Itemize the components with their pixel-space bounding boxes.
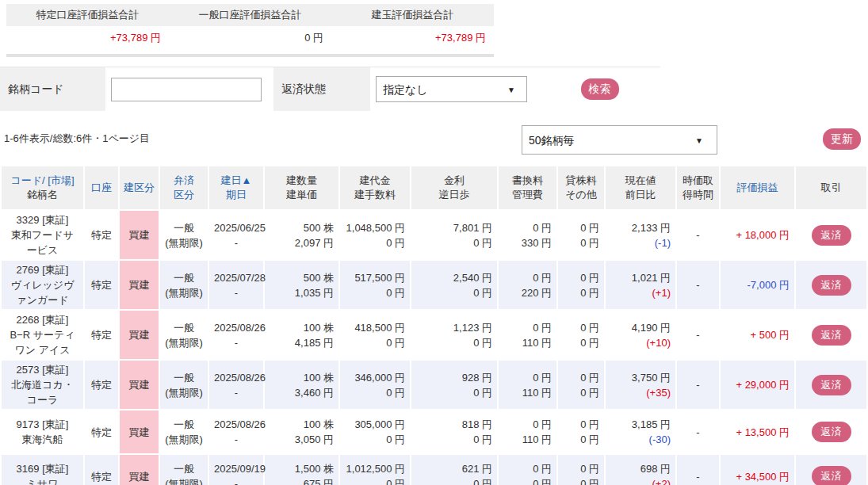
stock-code-market: 9173 [東証] [6,417,78,432]
cell-lending-fee-other: 0 円 0 円 [558,211,604,259]
interest: 928 円 [416,370,492,385]
col-header-account[interactable]: 口座 [85,166,118,209]
open-date: 2025/09/19 [214,461,258,476]
amount: 1,012,500 円 [345,461,405,476]
price-time: - [696,471,699,483]
unit-price: 675 円 [270,476,334,485]
col-header-trade: 取引 [796,166,866,209]
per-page-select[interactable]: 50銘柄毎 [522,125,717,155]
cell-repayment-category: 一般 (無期限) [160,211,208,259]
position-row: 3169 [東証] ミサワ 特定 買建 一般 (無期限) 2025/09/19 … [2,455,866,485]
cell-quantity-unit-price: 500 株 1,035 円 [265,261,338,309]
cell-quantity-unit-price: 100 株 3,460 円 [265,361,338,409]
per-diem: 0 円 [416,476,492,485]
cell-interest-per-diem: 7,801 円 0 円 [411,211,497,259]
cell-price-time: - [677,411,719,453]
cell-account: 特定 [85,455,118,485]
cell-code-name: 2268 [東証] B−R サーティワン アイス [2,311,83,359]
col-header-quantity-unit-price: 建数量 建単価 [265,166,338,209]
cell-rewrite-fee-mgmt-fee: 0 円 110 円 [499,411,556,453]
lending-fee: 0 円 [563,220,599,235]
cell-open-date-due-date: 2025/09/19 - [209,455,263,485]
cell-trade: 返済 [796,411,866,453]
repay-button[interactable]: 返済 [812,466,851,485]
repay-button[interactable]: 返済 [812,422,851,442]
col-header-position-type[interactable]: 建区分 [120,166,159,209]
cell-open-date-due-date: 2025/08/26 - [209,311,263,359]
per-diem: 0 円 [416,335,492,350]
position-type-badge: 買建 [129,426,150,438]
cell-code-name: 3329 [東証] 東和フードサービス [2,211,83,259]
repay-button[interactable]: 返済 [812,325,851,346]
cell-current-price-day-change: 2,133 円 (-1) [606,211,675,259]
stock-code-label: 銘柄コード [0,67,105,111]
stock-code-input[interactable] [111,78,262,101]
valuation-pl: + 34,500 円 [736,471,790,483]
cell-amount-commission: 517,500 円 0 円 [340,261,410,309]
open-date: 2025/08/26 [214,417,258,432]
valuation-pl: -7,000 円 [748,279,790,291]
commission: 0 円 [345,235,405,250]
position-row: 9173 [東証] 東海汽船 特定 買建 一般 (無期限) 2025/08/26… [2,411,866,453]
pl-summary-value-row: +73,789 円 0 円 +73,789 円 [6,26,494,50]
current-price: 698 円 [610,461,671,476]
cell-trade: 返済 [796,361,866,409]
stock-code-market: 2573 [東証] [6,362,78,377]
cell-current-price-day-change: 3,750 円 (+35) [606,361,675,409]
cell-account: 特定 [85,411,118,453]
col-header-valuation-pl[interactable]: 評価損益 [721,166,794,209]
interest: 7,801 円 [416,220,492,235]
cell-amount-commission: 1,012,500 円 0 円 [340,455,410,485]
cell-current-price-day-change: 4,190 円 (+10) [606,311,675,359]
stock-name: 北海道コカ・コーラ [6,377,78,407]
repayment-status-select[interactable]: 指定なし [376,76,527,102]
lending-fee: 0 円 [563,461,599,476]
col-header-open-date-due-date[interactable]: 建日▲ 期日 [209,166,263,209]
repayment-status-field-cell: 指定なし ▼ [370,67,539,111]
cell-account: 特定 [85,211,118,259]
col-header-repayment-category[interactable]: 弁済 区分 [160,166,208,209]
cell-price-time: - [677,261,719,309]
price-time: - [696,229,699,241]
repay-button[interactable]: 返済 [812,375,851,395]
cell-position-type: 買建 [120,361,159,409]
cell-account: 特定 [85,261,118,309]
cell-interest-per-diem: 928 円 0 円 [411,361,497,409]
repay-button[interactable]: 返済 [812,275,851,296]
cell-quantity-unit-price: 100 株 3,050 円 [265,411,338,453]
cell-account: 特定 [85,311,118,359]
day-change: (-30) [610,432,671,447]
cell-lending-fee-other: 0 円 0 円 [558,311,604,359]
cell-trade: 返済 [796,211,866,259]
summary-label-general-account: 一般口座評価損益合計 [169,4,331,26]
rewrite-fee: 0 円 [503,417,552,432]
col-header-code-market-name[interactable]: コード/ [市場] 銘柄名 [2,166,83,209]
cell-price-time: - [677,361,719,409]
cell-quantity-unit-price: 1,500 株 675 円 [265,455,338,485]
summary-value-open-positions: +73,789 円 [331,26,494,50]
cell-position-type: 買建 [120,411,159,453]
commission: 0 円 [345,476,405,485]
valuation-pl: + 29,000 円 [736,379,790,391]
results-count-text: 1-6件表示/総数:6件・1ページ目 [4,132,150,146]
due-date: - [214,335,258,350]
quantity: 100 株 [270,417,334,432]
cell-lending-fee-other: 0 円 0 円 [558,455,604,485]
cell-rewrite-fee-mgmt-fee: 0 円 0 円 [499,455,556,485]
col-header-price-time: 時価取 得時間 [677,166,719,209]
refresh-button[interactable]: 更新 [823,128,861,150]
cell-lending-fee-other: 0 円 0 円 [558,411,604,453]
commission: 0 円 [345,285,405,300]
cell-account: 特定 [85,361,118,409]
per-diem: 0 円 [416,385,492,400]
cell-code-name: 9173 [東証] 東海汽船 [2,411,83,453]
management-fee: 110 円 [503,432,552,447]
repay-button[interactable]: 返済 [812,225,851,246]
rewrite-fee: 0 円 [503,220,552,235]
due-date: - [214,476,258,485]
search-button[interactable]: 検索 [581,78,619,100]
cell-interest-per-diem: 621 円 0 円 [411,455,497,485]
position-row: 2268 [東証] B−R サーティワン アイス 特定 買建 一般 (無期限) … [2,311,866,359]
due-date: - [214,235,258,250]
day-change: (+35) [610,385,671,400]
